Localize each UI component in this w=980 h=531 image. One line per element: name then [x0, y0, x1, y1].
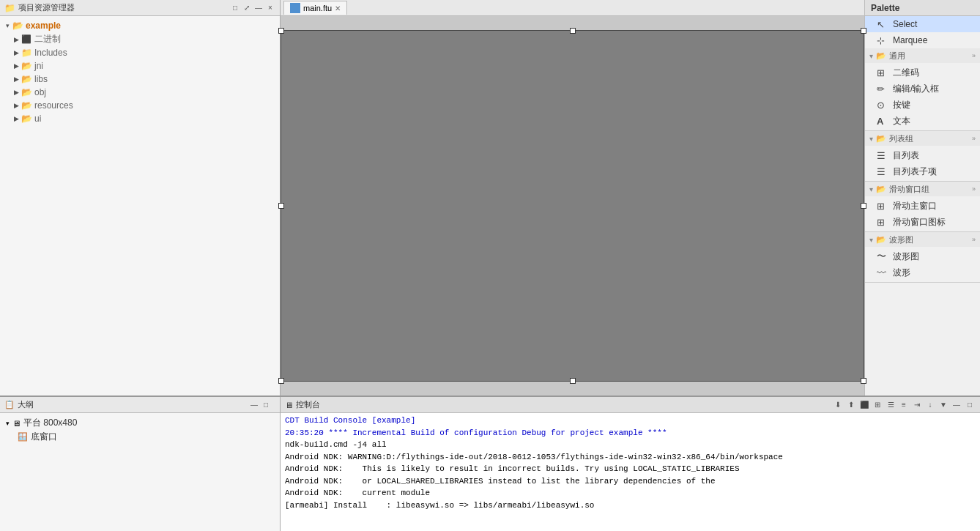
handle-middle-left[interactable]	[278, 203, 284, 209]
handle-middle-right[interactable]	[861, 203, 866, 209]
resources-icon: 📂	[21, 100, 32, 111]
handle-bottom-center[interactable]	[570, 378, 576, 384]
wave-section-label: 波形图	[889, 234, 913, 245]
palette-item-button[interactable]: ⊙ 按键	[865, 97, 980, 113]
handle-bottom-right[interactable]	[861, 378, 866, 384]
tree-item-libs[interactable]: ▶ 📂 libs	[0, 73, 280, 86]
palette-general-header[interactable]: ▾ 📂 通用 »	[865, 48, 980, 63]
console-title: 控制台	[296, 399, 320, 410]
outline-title-icon: 📋	[4, 400, 15, 409]
palette-title: Palette	[871, 3, 899, 13]
palette-item-scrollwin[interactable]: ⊞ 滑动主窗口	[865, 198, 980, 214]
console-btn-7[interactable]: ⇥	[911, 399, 923, 411]
wave2-label: 波形	[893, 267, 910, 279]
editbox-icon: ✏	[877, 83, 888, 94]
palette-listgroup-content: ☰ 目列表 ☰ 目列表子项	[865, 146, 980, 181]
console-btn-6[interactable]: ≡	[898, 399, 910, 411]
console-btn-4[interactable]: ⊞	[872, 399, 883, 411]
explorer-icon: 📁	[4, 3, 15, 13]
palette-item-wave1[interactable]: 〜 波形图	[865, 248, 980, 264]
wave2-icon: 〰	[877, 267, 888, 278]
palette-wave-content: 〜 波形图 〰 波形	[865, 247, 980, 282]
console-btn-5[interactable]: ☰	[885, 399, 897, 411]
explorer-close-btn[interactable]: ×	[265, 3, 275, 13]
tree-item-ui[interactable]: ▶ 📂 ui	[0, 112, 280, 125]
console-line-1: ndk-build.cmd -j4 all	[285, 439, 976, 451]
palette-marquee-item[interactable]: ⊹ Marquee	[865, 32, 980, 48]
tree-item-jni[interactable]: ▶ 📂 jni	[0, 59, 280, 73]
tree-root-item[interactable]: ▾ 📂 example	[0, 19, 280, 32]
button-icon: ⊙	[877, 100, 888, 111]
listgroup-expand-icon: »	[972, 135, 976, 142]
palette-section-general: ▾ 📂 通用 » ⊞ 二维码 ✏ 编辑/输入框 ⊙ 按键	[865, 48, 980, 131]
palette-wave-header[interactable]: ▾ 📂 波形图 »	[865, 232, 980, 247]
general-section-label: 通用	[889, 51, 905, 62]
console-btn-3[interactable]: ⬛	[858, 399, 870, 411]
listsubitem-label: 目列表子项	[893, 166, 937, 178]
explorer-restore-btn[interactable]: ⤢	[242, 3, 252, 13]
binary-arrow: ▶	[12, 36, 21, 43]
console-btn-1[interactable]: ⬇	[832, 399, 844, 411]
includes-label: Includes	[34, 48, 67, 58]
tree-item-includes[interactable]: ▶ 📁 Includes	[0, 46, 280, 59]
console-dropdown-btn[interactable]: ▼	[938, 399, 949, 411]
obj-label: obj	[34, 87, 46, 97]
explorer-collapse-btn[interactable]: —	[253, 3, 264, 13]
resources-label: resources	[34, 100, 73, 111]
listgroup-section-icon: 📂	[876, 134, 886, 144]
palette-item-editbox[interactable]: ✏ 编辑/输入框	[865, 81, 980, 97]
scrollgroup-arrow: ▾	[869, 185, 873, 193]
scrollgroup-expand-icon: »	[972, 185, 976, 193]
button-label: 按键	[893, 99, 910, 111]
console-titlebar: 🖥 控制台 ⬇ ⬆ ⬛ ⊞ ☰ ≡ ⇥ ↓ ▼ — □	[281, 397, 980, 413]
palette-section-listgroup: ▾ 📂 列表组 » ☰ 目列表 ☰ 目列表子项	[865, 131, 980, 182]
editor-area: main.ftu ✕	[281, 0, 864, 396]
scrollwin-label: 滑动主窗口	[893, 200, 937, 212]
outline-tree: ▾ 🖥 平台 800x480 🪟 底窗口	[0, 413, 280, 531]
palette-item-text[interactable]: A 文本	[865, 113, 980, 129]
palette-listgroup-header[interactable]: ▾ 📂 列表组 »	[865, 131, 980, 146]
palette-item-wave2[interactable]: 〰 波形	[865, 264, 980, 281]
outline-root-label: 平台 800x480	[23, 417, 77, 429]
general-section-icon: 📂	[876, 51, 886, 61]
console-maximize-btn[interactable]: □	[964, 399, 976, 411]
tree-item-binary[interactable]: ▶ ⬛ 二进制	[0, 32, 280, 46]
console-line-2: Android NDK: WARNING:D:/flythings-ide-ou…	[285, 451, 976, 464]
handle-top-right[interactable]	[861, 28, 866, 34]
handle-top-left[interactable]	[278, 28, 284, 34]
outline-root-arrow: ▾	[6, 420, 10, 427]
wave1-icon: 〜	[877, 250, 888, 263]
handle-bottom-left[interactable]	[278, 378, 284, 384]
palette-scrollgroup-header[interactable]: ▾ 📂 滑动窗口组 »	[865, 182, 980, 196]
canvas-area[interactable]	[281, 16, 864, 396]
tree-item-obj[interactable]: ▶ 📂 obj	[0, 86, 280, 99]
palette-select-item[interactable]: ↖ Select	[865, 16, 980, 32]
console-btn-2[interactable]: ⬆	[845, 399, 857, 411]
palette-item-listsubitem[interactable]: ☰ 目列表子项	[865, 163, 980, 179]
editor-tab-main[interactable]: main.ftu ✕	[283, 1, 347, 15]
tree-item-resources[interactable]: ▶ 📂 resources	[0, 99, 280, 112]
palette-item-qr[interactable]: ⊞ 二维码	[865, 64, 980, 81]
list-label: 目列表	[893, 149, 919, 162]
palette-item-list[interactable]: ☰ 目列表	[865, 147, 980, 163]
text-label: 文本	[893, 115, 910, 127]
text-icon: A	[877, 116, 888, 127]
outline-maximize-btn[interactable]: □	[261, 399, 271, 409]
outline-title: 大纲	[18, 399, 34, 410]
explorer-minimize-btn[interactable]: □	[230, 3, 240, 13]
palette-item-scrollicon[interactable]: ⊞ 滑动窗口图标	[865, 214, 980, 230]
outline-child-item[interactable]: 🪟 底窗口	[3, 430, 277, 444]
outline-minimize-btn[interactable]: —	[249, 399, 259, 409]
handle-top-center[interactable]	[570, 28, 576, 34]
root-label: example	[26, 21, 61, 31]
console-btn-8[interactable]: ↓	[924, 399, 936, 411]
tab-close-btn[interactable]: ✕	[335, 4, 341, 12]
outline-root-item[interactable]: ▾ 🖥 平台 800x480	[3, 416, 277, 430]
binary-label: 二进制	[34, 33, 61, 45]
console-minimize-btn[interactable]: —	[951, 399, 962, 411]
select-label: Select	[893, 19, 917, 29]
project-explorer-panel: 📁 项目资源管理器 □ ⤢ — × ▾ 📂 example ▶ ⬛ 二	[0, 0, 281, 396]
canvas-frame	[281, 30, 864, 382]
editbox-label: 编辑/输入框	[893, 83, 939, 95]
explorer-title: 项目资源管理器	[18, 2, 230, 13]
